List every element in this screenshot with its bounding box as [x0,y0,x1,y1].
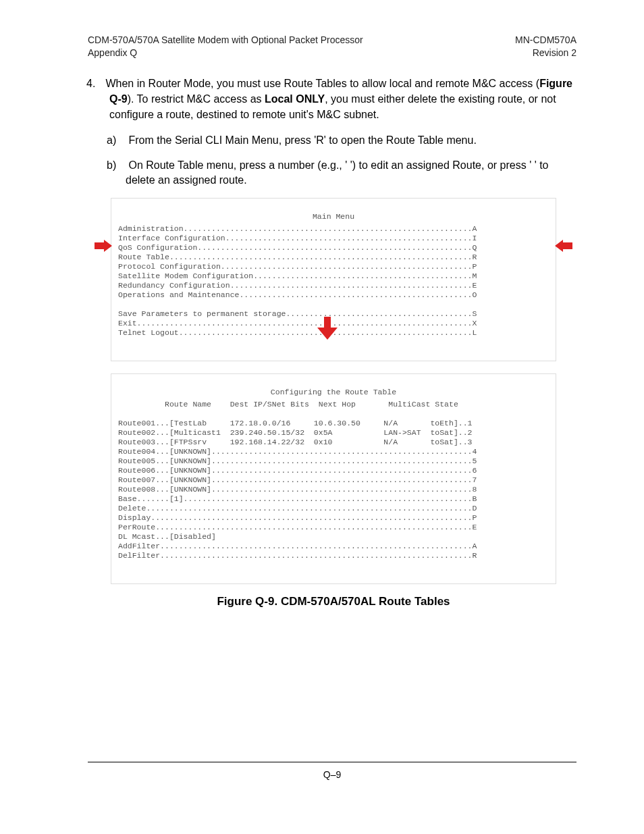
step-text: When in Router Mode, you must use Route … [105,78,572,120]
sub-letter-b: b) [107,158,126,173]
page-header: CDM-570A/570A Satellite Modem with Optio… [88,34,576,59]
step-number: 4. [86,76,103,91]
sub-item-a: a) From the Serial CLI Main Menu, press … [126,133,576,148]
arrow-right-red-icon [95,240,112,252]
route-table-terminal: Configuring the Route Table Route Name D… [111,373,556,584]
header-right-line2: Revision 2 [515,47,576,59]
svg-marker-1 [555,240,572,252]
sub-text-b: On Route Table menu, press a number (e.g… [126,159,548,186]
route-table-title: Configuring the Route Table [118,388,549,397]
header-left-line2: Appendix Q [88,47,363,59]
header-left-line1: CDM-570A/570A Satellite Modem with Optio… [88,34,363,47]
figure-caption: Figure Q-9. CDM-570A/570AL Route Tables [111,595,556,608]
header-right: MN-CDM570A Revision 2 [515,34,576,59]
figure-q9: Main MenuAdministration.................… [111,198,556,609]
sub-text-a: From the Serial CLI Main Menu, press 'R'… [128,134,476,146]
arrow-left-red-icon [555,240,572,252]
sub-letter-a: a) [107,133,126,148]
sub-list: a) From the Serial CLI Main Menu, press … [126,133,576,188]
header-left: CDM-570A/570A Satellite Modem with Optio… [88,34,363,59]
svg-marker-0 [95,240,112,252]
main-menu-title: Main Menu [118,212,549,221]
step-text-mid: ). To restrict M&C access as [128,93,265,105]
step-4: 4. When in Router Mode, you must use Rou… [109,76,576,123]
page-footer: Q–9 [88,762,576,780]
step-text-before: When in Router Mode, you must use Route … [105,78,539,89]
main-menu-terminal: Main MenuAdministration.................… [111,198,556,361]
page-number: Q–9 [323,769,341,780]
header-right-line1: MN-CDM570A [515,34,576,47]
sub-item-b: b) On Route Table menu, press a number (… [126,158,576,188]
local-only: Local ONLY [265,93,325,105]
